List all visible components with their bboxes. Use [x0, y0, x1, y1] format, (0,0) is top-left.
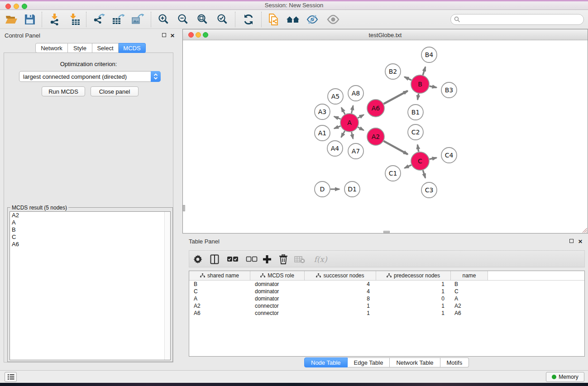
delete-column-icon[interactable]: [276, 252, 291, 267]
control-panel-float-icon[interactable]: [162, 33, 166, 37]
graph-edge[interactable]: [358, 127, 364, 130]
list-item[interactable]: A6: [10, 241, 170, 248]
table-cell[interactable]: connector: [250, 302, 305, 310]
graph-edge[interactable]: [358, 114, 363, 118]
graph-edge[interactable]: [384, 91, 408, 104]
list-item[interactable]: B: [10, 226, 170, 234]
table-row[interactable]: A2connector11A2: [189, 302, 584, 310]
result-scrollbar[interactable]: [164, 212, 170, 360]
export-image-icon[interactable]: [130, 12, 145, 27]
column-header[interactable]: name: [451, 271, 488, 280]
graph-edge[interactable]: [417, 94, 418, 100]
open-file-icon[interactable]: [4, 12, 19, 27]
tab-style[interactable]: Style: [68, 43, 92, 53]
memory-button[interactable]: Memory: [546, 372, 584, 382]
deselect-all-icon[interactable]: [244, 252, 259, 267]
network-vscroll-thumb[interactable]: [183, 205, 185, 211]
export-table-icon[interactable]: [110, 12, 126, 27]
zoom-in-icon[interactable]: [156, 12, 172, 27]
graph-edge[interactable]: [423, 67, 425, 75]
table-panel-close-icon[interactable]: ✕: [578, 239, 583, 244]
list-item[interactable]: A2: [10, 212, 170, 219]
import-table-icon[interactable]: [67, 12, 82, 27]
table-cell[interactable]: 0: [376, 295, 451, 302]
table-cell[interactable]: dominator: [250, 281, 305, 288]
table-cell[interactable]: 4: [305, 281, 376, 288]
list-item[interactable]: A: [10, 219, 170, 226]
table-cell[interactable]: C: [451, 288, 488, 295]
table-cell[interactable]: A2: [189, 302, 250, 310]
tab-node-table[interactable]: Node Table: [304, 357, 348, 367]
table-cell[interactable]: dominator: [250, 288, 305, 295]
table-row[interactable]: Cdominator41C: [189, 288, 584, 295]
graph-edge[interactable]: [334, 116, 341, 119]
columns-icon[interactable]: [207, 252, 222, 267]
control-panel-close-icon[interactable]: ✕: [170, 33, 175, 38]
network-canvas[interactable]: B4B2BB3A5A8A6B1A3AC2A1A2A4A7C4CC1C3DD1: [183, 40, 588, 233]
table-cell[interactable]: A: [189, 295, 250, 302]
list-item[interactable]: C: [10, 234, 170, 241]
table-row[interactable]: Bdominator41B: [189, 281, 584, 288]
resize-grip-icon[interactable]: [580, 226, 588, 233]
table-row[interactable]: A6connector11A6: [189, 310, 584, 317]
table-cell[interactable]: connector: [250, 310, 305, 317]
table-cell[interactable]: C: [189, 288, 250, 295]
network-graph[interactable]: B4B2BB3A5A8A6B1A3AC2A1A2A4A7C4CC1C3DD1: [183, 40, 588, 233]
table-cell[interactable]: 4: [305, 288, 376, 295]
search-input[interactable]: [462, 16, 583, 23]
table-cell[interactable]: A6: [189, 310, 250, 317]
table-cell[interactable]: 1: [376, 281, 451, 288]
table-cell[interactable]: 1: [376, 310, 451, 317]
table-cell[interactable]: 1: [305, 302, 376, 310]
graph-edge[interactable]: [352, 132, 353, 138]
refresh-icon[interactable]: [241, 12, 256, 27]
table-cell[interactable]: 1: [376, 288, 451, 295]
tab-mcds[interactable]: MCDS: [119, 43, 146, 53]
graph-edge[interactable]: [404, 77, 411, 80]
graph-edge[interactable]: [430, 158, 437, 159]
tab-network[interactable]: Network: [35, 43, 68, 53]
graph-edge[interactable]: [334, 126, 340, 129]
delete-table-icon[interactable]: [292, 252, 307, 267]
network-window-titlebar[interactable]: testGlobe.txt: [183, 29, 588, 40]
graph-edge[interactable]: [417, 145, 418, 152]
table-row[interactable]: Adominator80A: [189, 295, 584, 302]
graph-edge[interactable]: [384, 141, 408, 154]
criterion-dropdown[interactable]: largest connected component (directed): [19, 71, 161, 82]
show-all-icon[interactable]: [325, 12, 341, 27]
table-cell[interactable]: B: [451, 281, 488, 288]
node-table[interactable]: shared nameMCDS rolesuccessor nodesprede…: [189, 271, 585, 357]
table-cell[interactable]: B: [189, 281, 250, 288]
run-mcds-button[interactable]: Run MCDS: [42, 86, 85, 96]
graph-edge[interactable]: [341, 108, 345, 114]
table-panel-float-icon[interactable]: [569, 239, 574, 243]
table-cell[interactable]: A: [451, 295, 488, 302]
select-all-icon[interactable]: [225, 252, 240, 267]
import-network-icon[interactable]: [47, 12, 62, 27]
table-cell[interactable]: dominator: [250, 295, 305, 302]
save-session-icon[interactable]: [22, 12, 38, 27]
network-hscroll-thumb[interactable]: [383, 231, 390, 233]
graph-edge[interactable]: [423, 170, 425, 178]
tab-edge-table[interactable]: Edge Table: [348, 357, 390, 367]
gear-icon[interactable]: [191, 252, 205, 267]
zoom-fit-icon[interactable]: [195, 12, 210, 27]
table-cell[interactable]: A2: [451, 302, 488, 310]
first-neighbors-icon[interactable]: [285, 12, 301, 27]
export-network-icon[interactable]: [91, 12, 106, 27]
column-header[interactable]: predecessor nodes: [376, 271, 451, 280]
tab-motifs[interactable]: Motifs: [440, 357, 469, 367]
graph-edge[interactable]: [405, 165, 411, 168]
task-history-button[interactable]: [5, 372, 17, 382]
zoom-out-icon[interactable]: [176, 12, 191, 27]
mcds-result-list[interactable]: A2ABCA6: [10, 211, 171, 360]
table-cell[interactable]: 8: [305, 295, 376, 302]
column-header[interactable]: shared name: [189, 271, 250, 280]
graph-edge[interactable]: [430, 86, 437, 87]
graph-edge[interactable]: [351, 105, 353, 113]
table-cell[interactable]: A6: [451, 310, 488, 317]
graph-edge[interactable]: [341, 131, 345, 137]
column-header[interactable]: MCDS role: [250, 271, 305, 280]
column-header[interactable]: successor nodes: [305, 271, 376, 280]
search-field[interactable]: [450, 14, 584, 25]
